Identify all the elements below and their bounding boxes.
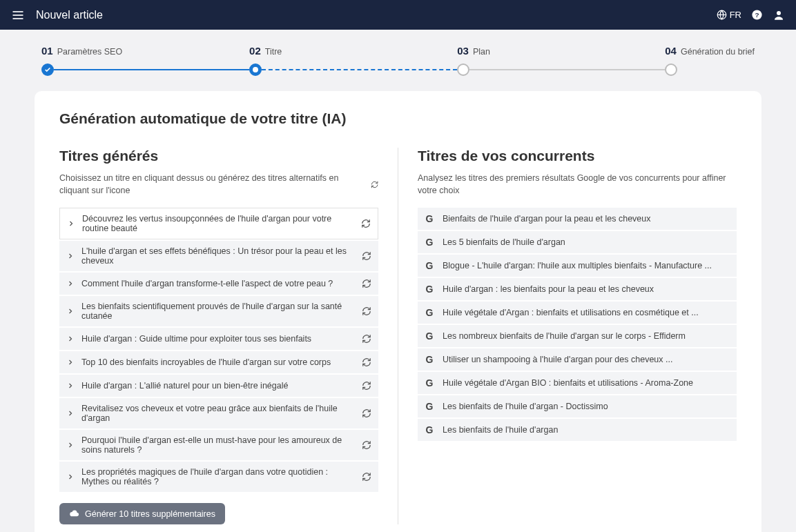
generated-title-text: Les bienfaits scientifiquement prouvés d…	[81, 302, 355, 321]
generated-title-item[interactable]: Les bienfaits scientifiquement prouvés d…	[59, 296, 378, 326]
step-3[interactable]: 03 Plan	[457, 45, 665, 76]
google-icon: G	[425, 354, 434, 365]
competitor-title-item[interactable]: GHuile végétale d'Argan BIO : bienfaits …	[418, 372, 737, 394]
generated-subtitle: Choisissez un titre en cliquant dessus o…	[59, 173, 367, 197]
main-panel: Génération automatique de votre titre (I…	[35, 91, 761, 532]
refresh-icon[interactable]	[362, 251, 371, 261]
column-divider	[398, 148, 398, 524]
svg-point-7	[777, 11, 781, 15]
step-number: 03	[457, 45, 469, 57]
generated-title-item[interactable]: L'huile d'argan et ses effets bénéfiques…	[59, 241, 378, 271]
chevron-right-icon	[66, 307, 75, 315]
competitor-title-item[interactable]: GLes 5 bienfaits de l'huile d'argan	[418, 231, 737, 253]
competitor-title-text: Blogue - L'huile d'argan: l'huile aux mu…	[443, 261, 712, 270]
refresh-icon[interactable]	[362, 279, 371, 288]
generated-title-text: Revitalisez vos cheveux et votre peau gr…	[81, 404, 355, 423]
generated-title-text: L'huile d'argan et ses effets bénéfiques…	[81, 246, 355, 266]
generated-title-text: Top 10 des bienfaits incroyables de l'hu…	[81, 357, 355, 367]
refresh-icon[interactable]	[362, 440, 371, 450]
language-selector[interactable]: FR	[717, 10, 741, 20]
generated-title-text: Découvrez les vertus insoupçonnées de l'…	[82, 214, 354, 233]
chevron-right-icon	[66, 382, 75, 390]
generated-title-item[interactable]: Pourquoi l'huile d'argan est-elle un mus…	[59, 430, 378, 460]
step-4[interactable]: 04 Génération du brief	[665, 45, 755, 76]
competitor-titles-column: Titres de vos concurrents Analysez les t…	[418, 148, 737, 524]
chevron-right-icon	[66, 252, 75, 260]
competitor-title-item[interactable]: GUtiliser un shampooing à l'huile d'arga…	[418, 348, 737, 371]
language-label: FR	[730, 10, 741, 20]
check-icon	[44, 66, 51, 73]
competitor-title-text: Utiliser un shampooing à l'huile d'argan…	[443, 355, 672, 364]
generated-title-item[interactable]: Comment l'huile d'argan transforme-t-ell…	[59, 273, 378, 295]
generated-title-item[interactable]: Découvrez les vertus insoupçonnées de l'…	[59, 208, 378, 239]
step-circle-active	[249, 63, 262, 76]
competitors-heading: Titres de vos concurrents	[418, 148, 737, 164]
refresh-icon[interactable]	[362, 472, 371, 482]
google-icon: G	[425, 307, 434, 318]
chevron-right-icon	[66, 409, 75, 417]
generated-title-text: Les propriétés magiques de l'huile d'arg…	[81, 467, 355, 486]
page-title: Nouvel article	[36, 9, 103, 21]
step-2[interactable]: 02 Titre	[249, 45, 457, 76]
step-number: 02	[249, 45, 261, 57]
refresh-icon[interactable]	[362, 306, 371, 316]
step-number: 01	[41, 45, 53, 57]
generated-title-item[interactable]: Revitalisez vos cheveux et votre peau gr…	[59, 398, 378, 428]
generated-title-text: Comment l'huile d'argan transforme-t-ell…	[81, 279, 355, 288]
refresh-icon[interactable]	[362, 357, 371, 367]
competitor-title-text: Les 5 bienfaits de l'huile d'argan	[443, 237, 565, 247]
competitor-title-item[interactable]: GLes nombreux bienfaits de l'huile d'arg…	[418, 325, 737, 347]
competitor-title-text: Huile végétale d'Argan : bienfaits et ut…	[443, 308, 699, 317]
google-icon: G	[425, 260, 434, 271]
step-circle-future	[665, 63, 677, 76]
generated-title-item[interactable]: Les propriétés magiques de l'huile d'arg…	[59, 462, 378, 492]
competitors-subtitle: Analysez les titres des premiers résulta…	[418, 173, 737, 197]
google-icon: G	[425, 401, 434, 412]
generated-title-item[interactable]: Top 10 des bienfaits incroyables de l'hu…	[59, 351, 378, 373]
competitor-title-item[interactable]: GBienfaits de l'huile d'argan pour la pe…	[418, 208, 737, 230]
step-connector	[54, 69, 249, 70]
refresh-icon[interactable]	[362, 334, 371, 344]
refresh-icon[interactable]	[362, 381, 371, 391]
refresh-icon[interactable]	[362, 408, 371, 418]
generated-titles-column: Titres générés Choisissez un titre en cl…	[59, 148, 378, 524]
step-connector	[262, 69, 457, 70]
chevron-right-icon	[66, 473, 75, 481]
refresh-icon[interactable]	[361, 219, 371, 228]
generate-more-label: Générer 10 titres supplémentaires	[85, 509, 215, 519]
google-icon: G	[425, 284, 434, 295]
step-circle-future	[457, 63, 469, 76]
generated-title-item[interactable]: Huile d'argan : Guide ultime pour exploi…	[59, 328, 378, 350]
competitor-titles-list: GBienfaits de l'huile d'argan pour la pe…	[418, 208, 737, 441]
user-icon[interactable]	[773, 9, 785, 21]
competitor-title-text: Les nombreux bienfaits de l'huile d'arga…	[443, 331, 686, 341]
competitor-title-text: Huile d'argan : les bienfaits pour la pe…	[443, 284, 654, 294]
competitor-title-item[interactable]: GBlogue - L'huile d'argan: l'huile aux m…	[418, 255, 737, 277]
progress-stepper: 01 Paramètres SEO 02 Titre 03 Plan	[0, 30, 796, 91]
top-bar: Nouvel article FR ?	[0, 0, 796, 30]
generated-title-item[interactable]: Huile d'argan : L'allié naturel pour un …	[59, 375, 378, 397]
chevron-right-icon	[66, 441, 75, 449]
step-circle-done	[41, 63, 54, 76]
generate-more-button[interactable]: Générer 10 titres supplémentaires	[59, 503, 225, 524]
competitor-title-item[interactable]: GLes bienfaits de l'huile d'argan	[418, 419, 737, 441]
competitor-title-item[interactable]: GHuile végétale d'Argan : bienfaits et u…	[418, 302, 737, 324]
menu-icon[interactable]	[11, 8, 25, 22]
competitor-title-text: Les bienfaits de l'huile d'argan - Docti…	[443, 402, 608, 411]
help-icon[interactable]: ?	[751, 9, 763, 21]
competitor-title-item[interactable]: GHuile d'argan : les bienfaits pour la p…	[418, 278, 737, 300]
competitor-title-item[interactable]: GLes bienfaits de l'huile d'argan - Doct…	[418, 395, 737, 417]
chevron-right-icon	[66, 358, 75, 366]
main-heading: Génération automatique de votre titre (I…	[59, 110, 737, 127]
step-1[interactable]: 01 Paramètres SEO	[41, 45, 249, 76]
step-label: Paramètres SEO	[57, 47, 122, 57]
cloud-icon	[69, 509, 79, 519]
globe-icon	[717, 10, 727, 20]
competitor-title-text: Bienfaits de l'huile d'argan pour la pea…	[443, 214, 651, 224]
generated-heading: Titres générés	[59, 148, 378, 164]
step-connector	[469, 69, 665, 70]
google-icon: G	[425, 331, 434, 342]
generated-title-text: Huile d'argan : Guide ultime pour exploi…	[81, 334, 355, 344]
generated-title-text: Pourquoi l'huile d'argan est-elle un mus…	[81, 435, 355, 455]
generated-title-text: Huile d'argan : L'allié naturel pour un …	[81, 381, 355, 391]
